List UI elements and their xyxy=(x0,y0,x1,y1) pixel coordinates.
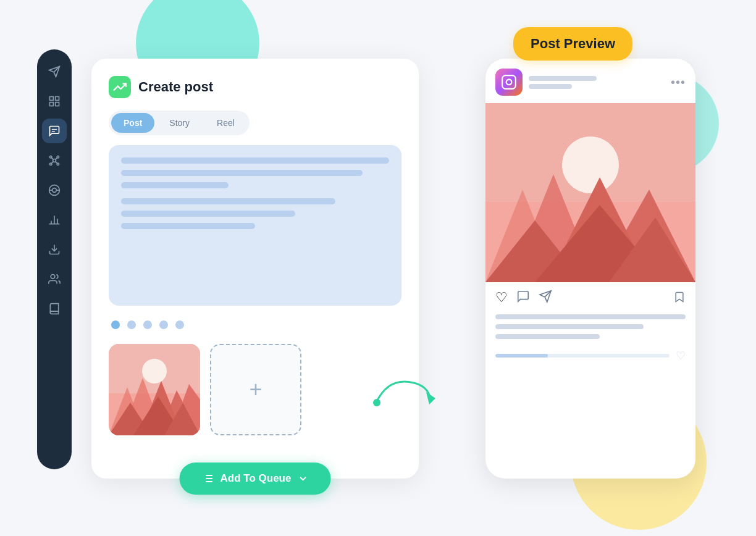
preview-name-lines xyxy=(529,76,665,89)
mock-line-2 xyxy=(121,170,363,176)
mock-line-6 xyxy=(121,223,255,229)
svg-rect-5 xyxy=(56,103,59,106)
media-thumbnail-1[interactable] xyxy=(109,344,200,435)
add-to-queue-button[interactable]: Add To Queue xyxy=(180,463,331,495)
svg-point-12 xyxy=(50,163,52,165)
card-logo xyxy=(109,76,131,98)
dot-1 xyxy=(111,320,120,329)
sidebar-item-support[interactable] xyxy=(42,178,67,203)
dot-4 xyxy=(159,320,168,329)
share-icon[interactable] xyxy=(539,290,552,307)
svg-point-48 xyxy=(562,136,619,193)
sidebar-item-analytics[interactable] xyxy=(42,207,67,232)
preview-actions: ♡ xyxy=(485,282,695,314)
sidebar-item-download[interactable] xyxy=(42,237,67,262)
mock-line-4 xyxy=(121,198,335,204)
sidebar-item-send[interactable] xyxy=(42,59,67,84)
dot-3 xyxy=(143,320,152,329)
action-icons-group: ♡ xyxy=(495,290,673,307)
svg-line-13 xyxy=(56,158,57,160)
sidebar-item-users[interactable] xyxy=(42,267,67,291)
post-preview-card: ••• ♡ xyxy=(485,59,695,479)
post-tabs: Post Story Reel xyxy=(109,111,250,135)
progress-bar-background xyxy=(495,354,670,358)
mock-line-1 xyxy=(121,157,389,164)
comment-icon[interactable] xyxy=(516,290,530,307)
ig-avatar xyxy=(495,69,523,96)
tab-story[interactable]: Story xyxy=(157,113,202,133)
dot-5 xyxy=(175,320,184,329)
preview-header: ••• xyxy=(485,59,695,103)
bookmark-icon[interactable] xyxy=(673,291,686,306)
post-preview-label: Post Preview xyxy=(531,36,615,51)
mock-line-5 xyxy=(121,211,295,217)
tab-post[interactable]: Post xyxy=(111,113,154,133)
svg-point-18 xyxy=(52,188,57,193)
svg-point-11 xyxy=(57,163,59,165)
mock-line-3 xyxy=(121,182,229,188)
card-title: Create post xyxy=(138,79,213,95)
preview-progress: ♡ xyxy=(485,339,695,362)
sidebar xyxy=(37,49,72,469)
preview-text-line-1 xyxy=(495,314,686,319)
svg-line-16 xyxy=(52,162,54,164)
svg-line-15 xyxy=(56,162,57,164)
preview-more-icon[interactable]: ••• xyxy=(671,75,686,90)
media-row: + xyxy=(109,344,401,435)
dot-2 xyxy=(127,320,136,329)
sidebar-item-dashboard[interactable] xyxy=(42,89,67,114)
sidebar-item-library[interactable] xyxy=(42,296,67,321)
svg-rect-2 xyxy=(50,97,54,101)
svg-rect-4 xyxy=(50,103,54,106)
svg-line-14 xyxy=(52,158,54,160)
tab-reel[interactable]: Reel xyxy=(204,113,247,133)
preview-text-lines xyxy=(485,314,695,339)
card-header: Create post xyxy=(109,76,401,98)
svg-point-29 xyxy=(142,359,167,383)
preview-name-line-2 xyxy=(529,84,572,89)
heart-icon[interactable]: ♡ xyxy=(495,290,508,307)
preview-text-line-2 xyxy=(495,324,644,329)
progress-heart-icon: ♡ xyxy=(676,349,686,362)
post-preview-badge: Post Preview xyxy=(513,27,632,61)
svg-rect-44 xyxy=(502,75,516,89)
svg-point-26 xyxy=(51,275,55,279)
preview-name-line-1 xyxy=(529,76,597,81)
svg-rect-3 xyxy=(56,97,59,101)
queue-button-label: Add To Queue xyxy=(220,472,292,485)
preview-text-line-3 xyxy=(495,334,600,339)
sidebar-item-network[interactable] xyxy=(42,148,67,173)
media-add-button[interactable]: + xyxy=(210,344,301,435)
add-icon: + xyxy=(249,379,262,401)
create-post-card: Create post Post Story Reel xyxy=(91,59,419,479)
preview-image xyxy=(485,103,695,282)
svg-marker-59 xyxy=(426,392,435,404)
svg-point-10 xyxy=(50,156,52,158)
progress-bar-fill xyxy=(495,354,548,358)
pagination-dots xyxy=(109,316,401,339)
sidebar-item-messages[interactable] xyxy=(42,119,67,143)
svg-point-9 xyxy=(57,156,59,158)
text-area-mock[interactable] xyxy=(109,145,401,306)
